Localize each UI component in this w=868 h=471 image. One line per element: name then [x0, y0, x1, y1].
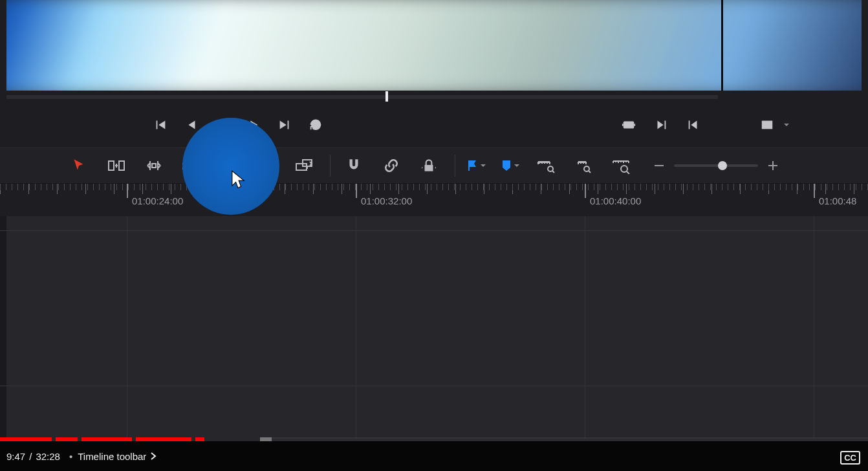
viewer-preview [6, 0, 862, 91]
flag-marker[interactable] [467, 159, 486, 172]
loop-icon[interactable] [308, 117, 323, 133]
ruler-timecode-label: 01:00:48 [819, 195, 856, 206]
selection-tool-icon[interactable] [67, 154, 91, 177]
svg-rect-4 [119, 161, 124, 170]
svg-rect-2 [763, 122, 772, 129]
timeline-toolbar [0, 148, 868, 184]
ruler-major-tick [356, 184, 357, 198]
preview-frame [6, 0, 862, 91]
full-extent-zoom-icon[interactable] [534, 154, 558, 177]
closed-captions-button[interactable]: CC [840, 451, 860, 465]
viewer-scrub-track[interactable] [6, 95, 718, 99]
viewer-mode-group [759, 117, 794, 133]
svg-point-16 [584, 166, 589, 171]
timeline-row-divider [0, 230, 868, 231]
ruler-timecode-label: 01:00:32:00 [361, 195, 412, 206]
position-lock-icon[interactable] [417, 154, 440, 177]
viewer-mode-dropdown-icon[interactable] [779, 117, 794, 133]
video-time-separator: / [29, 451, 32, 462]
svg-rect-5 [152, 164, 156, 168]
clip-marker[interactable] [501, 159, 520, 172]
viewer-split-line [721, 0, 723, 91]
viewer-mode-icon[interactable] [759, 117, 775, 133]
custom-zoom-icon[interactable] [609, 154, 633, 177]
snap-icon[interactable] [342, 154, 365, 177]
clip-marker-dropdown-icon[interactable] [514, 160, 520, 171]
zoom-slider-thumb[interactable] [718, 161, 727, 170]
go-to-start-icon[interactable] [153, 117, 168, 133]
trim-edit-icon[interactable] [105, 154, 128, 177]
timeline-row-divider [0, 386, 868, 386]
svg-point-15 [548, 166, 553, 171]
video-chapter-label: Timeline toolbar [78, 451, 146, 462]
ruler-major-tick [814, 184, 815, 198]
timeline-gridline [127, 216, 127, 439]
video-duration: 32:28 [36, 451, 60, 462]
previous-clip-icon[interactable] [686, 117, 701, 133]
svg-rect-20 [772, 161, 774, 170]
svg-rect-13 [425, 165, 433, 171]
video-chapter-button[interactable]: Timeline toolbar [78, 451, 157, 462]
timeline-gridline [814, 216, 814, 439]
toolbar-separator [330, 155, 331, 177]
go-to-end-icon[interactable] [277, 117, 292, 133]
cursor-highlight-circle [182, 118, 279, 215]
svg-rect-18 [655, 165, 664, 166]
cc-label: CC [844, 453, 856, 463]
chevron-right-icon [150, 452, 157, 461]
video-info-row: 9:47 / 32:28 • Timeline toolbar [0, 441, 868, 471]
replace-clip-icon[interactable] [292, 154, 316, 177]
svg-rect-1 [624, 122, 634, 127]
timeline-tracks-area[interactable] [0, 216, 868, 439]
zoom-out-icon[interactable] [653, 160, 665, 171]
match-frame-icon[interactable] [621, 117, 636, 133]
svg-point-17 [621, 166, 627, 172]
detail-zoom-icon[interactable] [572, 154, 595, 177]
ruler-major-tick [585, 184, 586, 198]
timeline-gridline [356, 216, 356, 439]
mouse-cursor-icon [229, 170, 247, 193]
ruler-timecode-label: 01:00:24:00 [132, 195, 183, 206]
zoom-in-icon[interactable] [767, 160, 779, 171]
transport-bar [0, 111, 868, 138]
timeline-gridline [585, 216, 585, 439]
ruler-timecode-label: 01:00:40:00 [590, 195, 641, 206]
svg-rect-3 [109, 161, 114, 170]
zoom-slider-group [653, 160, 779, 171]
viewer-playhead[interactable] [385, 91, 388, 102]
timeline-left-gutter [0, 216, 6, 439]
next-clip-icon[interactable] [653, 117, 669, 133]
svg-rect-14 [468, 160, 470, 171]
step-back-icon[interactable] [184, 117, 199, 133]
dynamic-trim-icon[interactable] [142, 154, 166, 177]
transport-right-group [621, 117, 701, 133]
toolbar-separator [455, 155, 455, 177]
video-current-time: 9:47 [6, 451, 25, 462]
flag-dropdown-icon[interactable] [480, 160, 486, 171]
ruler-major-tick [127, 184, 128, 198]
video-dot-separator: • [69, 451, 72, 462]
timeline-ruler[interactable]: 01:00:24:0001:00:32:0001:00:40:0001:00:4… [0, 184, 868, 216]
link-icon[interactable] [380, 154, 403, 177]
zoom-slider[interactable] [674, 164, 758, 167]
